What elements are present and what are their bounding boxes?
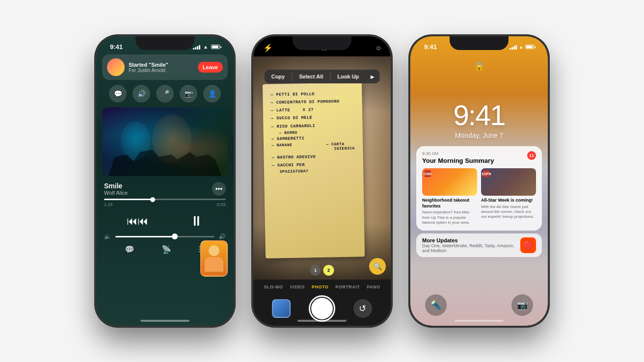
lock-content: 🔒 9:41 Monday, June 7 9:30 AM 11 Your Mo… <box>410 36 548 257</box>
volume-dot[interactable] <box>172 233 178 239</box>
article-1[interactable]: CNN Neighborhood takeout favorites Need … <box>422 168 477 226</box>
camera-flip-button[interactable]: ↺ <box>353 299 372 318</box>
more-button[interactable]: ••• <box>212 182 226 196</box>
status-bar: 9:41 ▲ <box>96 36 234 52</box>
facetime-thumbnail[interactable] <box>200 240 228 277</box>
mode-slo-mo[interactable]: SLO-MO <box>264 284 283 289</box>
chat-button[interactable]: 💬 <box>109 85 127 103</box>
camera-button[interactable]: 📷 <box>180 85 197 103</box>
phone-2: ⚡ ∧ ○ Copy Select All <box>253 36 391 326</box>
playback-controls: ⏮⏮ ⏸ <box>96 209 234 233</box>
camera-thumbnail[interactable] <box>272 299 291 318</box>
context-menu[interactable]: Copy Select All Look Up ▶ <box>265 70 380 83</box>
battery-icon <box>525 45 534 49</box>
person-button[interactable]: 👤 <box>203 85 221 103</box>
wifi-icon: ▲ <box>203 44 208 50</box>
home-indicator <box>455 320 504 322</box>
progress-container: 1:15 -2:02 <box>96 197 234 209</box>
lock-icon: 🔒 <box>474 61 484 71</box>
camera-modes: SLO-MO VIDEO PHOTO PORTRAIT PANO <box>253 283 391 291</box>
lock-status-time: 9:41 <box>424 43 437 51</box>
note-photo: Copy Select All Look Up ▶ PETTI DI POLLO… <box>253 56 391 280</box>
mode-pano[interactable]: PANO <box>367 284 380 289</box>
camera-top-bar: ⚡ ∧ ○ <box>253 36 391 56</box>
select-all-menu-item[interactable]: Select All <box>292 70 330 83</box>
battery-icon <box>211 45 220 49</box>
shutter-inner <box>311 298 333 319</box>
home-indicator <box>140 320 189 322</box>
leave-button[interactable]: Leave <box>198 62 223 73</box>
lock-hour: 9:41 <box>410 101 548 129</box>
home-indicator <box>297 320 347 322</box>
status-time: 9:41 <box>110 43 123 51</box>
speaker-button[interactable]: 🔊 <box>133 85 150 103</box>
lock-status-icons: ▲ <box>510 43 534 51</box>
facetime-controls: 💬 🔊 🎤 📷 👤 <box>96 82 234 105</box>
article-1-body: Need inspiration? Kea Mao from Up Thai i… <box>422 210 477 225</box>
article-2-body: With the All-Star Game just around the c… <box>481 205 536 220</box>
phone-1: 9:41 ▲ Starte <box>96 36 234 326</box>
camera-bottom: SLO-MO VIDEO PHOTO PORTRAIT PANO ↺ <box>253 280 391 326</box>
progress-times: 1:15 -2:02 <box>104 202 226 207</box>
note-line-8: — BANANE— CARTA IGIENICA <box>269 141 357 152</box>
shutter-button[interactable] <box>309 295 335 322</box>
phase-dot-2: 2 <box>323 265 334 276</box>
person-body <box>205 257 223 272</box>
phone2-screen: ⚡ ∧ ○ Copy Select All <box>253 36 391 326</box>
handwritten-note: PETTI DI POLLO CONCENTRATO DI POMODORO L… <box>263 82 365 258</box>
lock-quick-actions: 🔦 📷 <box>410 294 548 316</box>
menu-more-arrow[interactable]: ▶ <box>366 70 379 83</box>
mic-button[interactable]: 🎤 <box>156 85 174 103</box>
flash-icon[interactable]: ⚡ <box>263 43 273 52</box>
phase-dots: 1 2 <box>310 265 334 276</box>
more-updates-card[interactable]: More Updates Day One, WaterMinder, Reddi… <box>416 233 542 257</box>
chevron-up-icon[interactable]: ∧ <box>322 43 327 52</box>
facetime-info: Started "Smile" For Justin Arnold <box>129 62 194 73</box>
status-icons: ▲ <box>193 44 220 50</box>
rewind-button[interactable]: ⏮⏮ <box>127 215 148 228</box>
time-current: 1:15 <box>104 202 113 207</box>
options-icon[interactable]: ○ <box>376 44 381 52</box>
facetime-title: Started "Smile" <box>129 62 194 68</box>
mode-portrait[interactable]: PORTRAIT <box>335 284 360 289</box>
person-head <box>209 245 219 256</box>
phone3-screen: 9:41 ▲ 🔒 <box>410 36 548 326</box>
more-updates-text: More Updates Day One, WaterMinder, Reddi… <box>422 237 516 253</box>
song-details: Smile Wolf Alice <box>104 182 128 196</box>
pause-button[interactable]: ⏸ <box>189 213 203 229</box>
notif-title: Your Morning Summary <box>422 157 536 164</box>
volume-high-icon: 🔊 <box>218 233 226 240</box>
more-updates-body: Day One, WaterMinder, Reddit, Tasty, Ama… <box>422 243 516 253</box>
morning-summary-card[interactable]: 9:30 AM 11 Your Morning Summary CNN Neig… <box>416 146 542 231</box>
camera-image-area: Copy Select All Look Up ▶ PETTI DI POLLO… <box>253 56 391 280</box>
facetime-subtitle: For Justin Arnold <box>129 68 194 73</box>
facetime-banner[interactable]: Started "Smile" For Justin Arnold Leave <box>102 54 228 80</box>
phone1-screen: 9:41 ▲ Starte <box>96 36 234 326</box>
avatar <box>107 58 125 76</box>
look-up-menu-item[interactable]: Look Up <box>330 70 366 83</box>
flashlight-button[interactable]: 🔦 <box>425 294 447 316</box>
lyrics-button[interactable]: 💬 <box>125 245 134 254</box>
article-2-image: ESPN <box>481 168 536 196</box>
phone-3: 9:41 ▲ 🔒 <box>410 36 548 326</box>
live-text-button[interactable]: 🔍 <box>369 258 386 275</box>
mode-photo[interactable]: PHOTO <box>312 284 328 289</box>
lock-icon-area: 🔒 <box>410 36 548 72</box>
person-figure <box>201 241 227 276</box>
article-source-1: CNN <box>424 170 431 177</box>
battery-fill <box>212 46 218 48</box>
lock-status-bar: 9:41 ▲ <box>410 43 548 51</box>
more-updates-title: More Updates <box>422 237 516 243</box>
airplay-button[interactable]: 📡 <box>161 245 171 254</box>
lock-date: Monday, June 7 <box>410 131 548 139</box>
progress-bar[interactable] <box>104 199 226 200</box>
album-art-inner <box>102 107 228 176</box>
volume-bar[interactable] <box>115 236 215 237</box>
camera-quick-button[interactable]: 📷 <box>511 294 533 316</box>
mode-video[interactable]: VIDEO <box>290 284 305 289</box>
progress-dot[interactable] <box>150 197 155 202</box>
time-remaining: -2:02 <box>215 202 226 207</box>
copy-menu-item[interactable]: Copy <box>265 70 292 83</box>
article-2[interactable]: ESPN All-Star Week is coming! With the A… <box>481 168 536 226</box>
article-img-overlay-2: ESPN <box>481 168 536 196</box>
